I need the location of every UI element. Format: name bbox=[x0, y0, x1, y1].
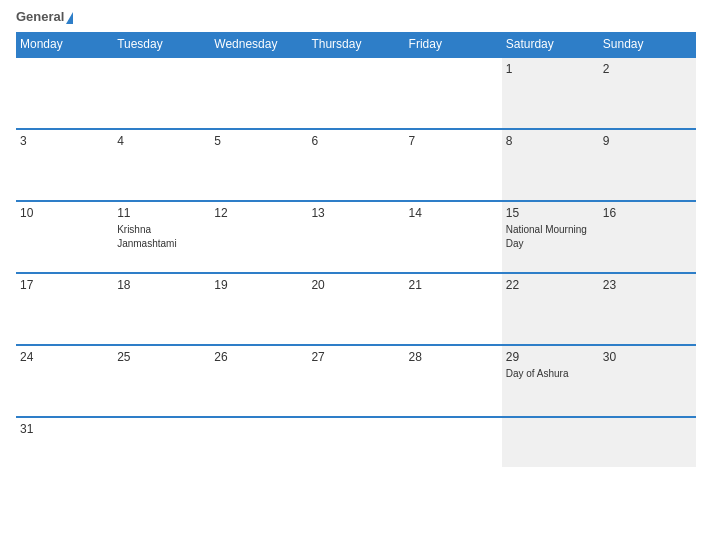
week-row-1: 3456789 bbox=[16, 129, 696, 201]
day-number: 28 bbox=[409, 350, 498, 364]
day-cell: 20 bbox=[307, 273, 404, 345]
logo-triangle-icon bbox=[66, 12, 73, 24]
day-number: 25 bbox=[117, 350, 206, 364]
day-cell: 25 bbox=[113, 345, 210, 417]
logo-general: General bbox=[16, 10, 73, 24]
day-number: 23 bbox=[603, 278, 692, 292]
day-cell: 29Day of Ashura bbox=[502, 345, 599, 417]
day-header-row: MondayTuesdayWednesdayThursdayFridaySatu… bbox=[16, 32, 696, 57]
day-cell: 6 bbox=[307, 129, 404, 201]
day-cell: 1 bbox=[502, 57, 599, 129]
day-cell: 13 bbox=[307, 201, 404, 273]
day-cell: 12 bbox=[210, 201, 307, 273]
day-header-tuesday: Tuesday bbox=[113, 32, 210, 57]
day-cell: 23 bbox=[599, 273, 696, 345]
day-number: 26 bbox=[214, 350, 303, 364]
day-header-saturday: Saturday bbox=[502, 32, 599, 57]
day-cell bbox=[113, 417, 210, 467]
day-cell bbox=[210, 417, 307, 467]
day-cell: 30 bbox=[599, 345, 696, 417]
day-number: 17 bbox=[20, 278, 109, 292]
day-cell bbox=[599, 417, 696, 467]
holiday-label: KrishnaJanmashtami bbox=[117, 224, 176, 249]
week-row-4: 242526272829Day of Ashura30 bbox=[16, 345, 696, 417]
day-cell: 14 bbox=[405, 201, 502, 273]
day-cell: 10 bbox=[16, 201, 113, 273]
day-number: 20 bbox=[311, 278, 400, 292]
day-header-thursday: Thursday bbox=[307, 32, 404, 57]
day-cell: 9 bbox=[599, 129, 696, 201]
day-cell bbox=[405, 417, 502, 467]
day-cell bbox=[307, 57, 404, 129]
day-number: 6 bbox=[311, 134, 400, 148]
day-header-sunday: Sunday bbox=[599, 32, 696, 57]
day-number: 7 bbox=[409, 134, 498, 148]
day-number: 31 bbox=[20, 422, 109, 436]
day-number: 11 bbox=[117, 206, 206, 220]
day-cell: 5 bbox=[210, 129, 307, 201]
day-cell: 26 bbox=[210, 345, 307, 417]
week-row-5: 31 bbox=[16, 417, 696, 467]
holiday-label: National MourningDay bbox=[506, 224, 587, 249]
day-cell: 22 bbox=[502, 273, 599, 345]
day-number: 1 bbox=[506, 62, 595, 76]
day-number: 5 bbox=[214, 134, 303, 148]
day-number: 14 bbox=[409, 206, 498, 220]
day-number: 22 bbox=[506, 278, 595, 292]
day-number: 10 bbox=[20, 206, 109, 220]
day-number: 29 bbox=[506, 350, 595, 364]
day-cell bbox=[307, 417, 404, 467]
logo: General bbox=[16, 10, 73, 24]
day-number: 18 bbox=[117, 278, 206, 292]
day-cell bbox=[210, 57, 307, 129]
day-number: 24 bbox=[20, 350, 109, 364]
day-cell: 24 bbox=[16, 345, 113, 417]
day-cell: 4 bbox=[113, 129, 210, 201]
day-cell: 3 bbox=[16, 129, 113, 201]
day-number: 3 bbox=[20, 134, 109, 148]
day-number: 27 bbox=[311, 350, 400, 364]
day-number: 8 bbox=[506, 134, 595, 148]
day-cell bbox=[502, 417, 599, 467]
day-number: 30 bbox=[603, 350, 692, 364]
day-cell: 7 bbox=[405, 129, 502, 201]
day-number: 9 bbox=[603, 134, 692, 148]
day-cell: 21 bbox=[405, 273, 502, 345]
day-number: 16 bbox=[603, 206, 692, 220]
holiday-label: Day of Ashura bbox=[506, 368, 569, 379]
calendar-table: MondayTuesdayWednesdayThursdayFridaySatu… bbox=[16, 32, 696, 467]
day-number: 19 bbox=[214, 278, 303, 292]
day-cell: 27 bbox=[307, 345, 404, 417]
day-cell: 18 bbox=[113, 273, 210, 345]
day-cell: 19 bbox=[210, 273, 307, 345]
day-cell: 15National MourningDay bbox=[502, 201, 599, 273]
day-number: 4 bbox=[117, 134, 206, 148]
week-row-0: 12 bbox=[16, 57, 696, 129]
day-cell: 8 bbox=[502, 129, 599, 201]
day-header-wednesday: Wednesday bbox=[210, 32, 307, 57]
day-cell: 16 bbox=[599, 201, 696, 273]
day-header-friday: Friday bbox=[405, 32, 502, 57]
day-header-monday: Monday bbox=[16, 32, 113, 57]
day-cell: 31 bbox=[16, 417, 113, 467]
day-number: 2 bbox=[603, 62, 692, 76]
day-cell: 2 bbox=[599, 57, 696, 129]
day-number: 13 bbox=[311, 206, 400, 220]
day-number: 21 bbox=[409, 278, 498, 292]
day-number: 15 bbox=[506, 206, 595, 220]
calendar-header: General bbox=[16, 10, 696, 24]
day-cell: 17 bbox=[16, 273, 113, 345]
day-cell: 11KrishnaJanmashtami bbox=[113, 201, 210, 273]
day-cell bbox=[405, 57, 502, 129]
day-cell bbox=[113, 57, 210, 129]
week-row-3: 17181920212223 bbox=[16, 273, 696, 345]
day-cell bbox=[16, 57, 113, 129]
calendar-container: General MondayTuesdayWednesdayThursdayFr… bbox=[0, 0, 712, 550]
week-row-2: 1011KrishnaJanmashtami12131415National M… bbox=[16, 201, 696, 273]
day-number: 12 bbox=[214, 206, 303, 220]
day-cell: 28 bbox=[405, 345, 502, 417]
